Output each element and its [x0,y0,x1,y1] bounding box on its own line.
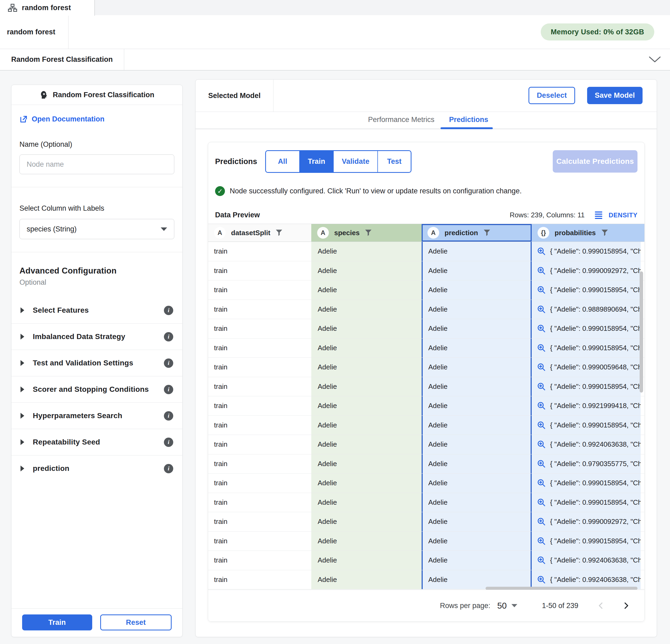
cell-probabilities[interactable]: { "Adelie": 0.9990158954, "Chi [532,339,641,358]
advanced-config-section[interactable]: Scorer and Stopping Conditions i [12,376,182,403]
zoom-in-icon[interactable] [537,421,546,429]
cell-prediction: Adelie [421,493,532,512]
chevron-down-icon [161,228,167,231]
train-button[interactable]: Train [22,614,92,630]
zoom-in-icon[interactable] [537,382,546,391]
data-preview-table: A datasetSplit A species A [208,224,644,589]
open-documentation-link[interactable]: Open Documentation [19,115,174,123]
zoom-in-icon[interactable] [537,286,546,294]
info-icon[interactable]: i [164,464,173,473]
labels-select[interactable]: species (String) [19,219,174,239]
cell-probabilities[interactable]: { "Adelie": 0.9990158954, "Chi [532,416,641,435]
table-row: train Adelie Adelie { "Adelie": 0.988989… [208,300,644,319]
cell-probabilities[interactable]: { "Adelie": 0.9921999418, "Chir [532,396,641,415]
probabilities-value: { "Adelie": 0.9790355775, "Chi [550,460,641,468]
column-header-probabilities[interactable]: {} probabilities [532,224,644,242]
workflow-browser-tab[interactable]: random forest [0,0,95,16]
advanced-config-section[interactable]: Repeatability Seed i [12,429,182,455]
advanced-config-section[interactable]: Select Features i [12,297,182,324]
filter-icon[interactable] [365,229,372,236]
zoom-in-icon[interactable] [537,305,546,314]
advanced-config-section[interactable]: Hyperparameters Search i [12,403,182,429]
info-icon[interactable]: i [164,411,173,421]
deselect-button[interactable]: Deselect [528,87,575,104]
info-icon[interactable]: i [164,332,173,341]
calculate-predictions-button[interactable]: Calculate Predictions [553,150,638,173]
rows-per-page-value[interactable]: 50 [497,601,507,611]
cell-probabilities[interactable]: { "Adelie": 0.9990092972, "Ch [532,261,641,280]
cell-probabilities[interactable]: { "Adelie": 0.9990059648, "Ch [532,358,641,377]
cell-probabilities[interactable]: { "Adelie": 0.9990158954, "Chi [532,280,641,300]
zoom-in-icon[interactable] [537,575,546,584]
chevron-down-icon[interactable] [649,56,661,63]
cell-probabilities[interactable]: { "Adelie": 0.9990092972, "Ch [532,512,641,531]
cell-probabilities[interactable]: { "Adelie": 0.9990158954, "Chi [532,493,641,512]
zoom-in-icon[interactable] [537,556,546,565]
zoom-in-icon[interactable] [537,363,546,372]
info-icon[interactable]: i [164,358,173,368]
probabilities-value: { "Adelie": 0.9990158954, "Chi [550,421,641,429]
filter-icon[interactable] [601,229,608,236]
cell-prediction: Adelie [421,242,532,261]
zoom-in-icon[interactable] [537,324,546,333]
cell-datasetSplit: train [208,242,311,261]
cell-species: Adelie [311,532,421,551]
cell-probabilities[interactable]: { "Adelie": 0.9924063638, "Chi [532,435,641,454]
zoom-in-icon[interactable] [537,247,546,256]
vertical-scrollbar[interactable] [640,271,643,393]
node-name-input[interactable] [19,154,174,174]
cell-probabilities[interactable]: { "Adelie": 0.9990158954, "Chi [532,242,641,261]
column-header-datasetSplit[interactable]: A datasetSplit [208,224,311,242]
config-panel: Random Forest Classification Open Docume… [11,85,183,637]
zoom-in-icon[interactable] [537,401,546,410]
cell-species: Adelie [311,358,421,377]
zoom-in-icon[interactable] [537,537,546,546]
zoom-in-icon[interactable] [537,460,546,468]
save-model-button[interactable]: Save Model [587,87,643,104]
filter-icon[interactable] [483,229,491,236]
table-row: train Adelie Adelie { "Adelie": 0.992199… [208,396,644,416]
cell-probabilities[interactable]: { "Adelie": 0.9924063638, "Chi [532,570,641,589]
split-option-button[interactable]: Train [299,151,333,172]
config-panel-title: Random Forest Classification [53,91,154,99]
advanced-config-section[interactable]: Test and Validation Settings i [12,350,182,376]
cell-probabilities[interactable]: { "Adelie": 0.9889890694, "Ch [532,300,641,319]
split-option-button[interactable]: Validate [333,151,377,172]
cell-species: Adelie [311,261,421,280]
info-icon[interactable]: i [164,385,173,394]
density-label[interactable]: DENSITY [609,211,638,219]
cell-probabilities[interactable]: { "Adelie": 0.9990158954, "Chi [532,532,641,551]
next-page-button[interactable] [622,601,630,610]
cell-probabilities[interactable]: { "Adelie": 0.9990158954, "Chi [532,377,641,396]
zoom-in-icon[interactable] [537,266,546,275]
advanced-config-section[interactable]: Imbalanced Data Strategy i [12,324,182,350]
selected-model-tab[interactable]: Selected Model [196,80,273,112]
tab-performance-metrics[interactable]: Performance Metrics [368,115,434,124]
info-icon[interactable]: i [164,438,173,447]
rows-per-page-caret-icon[interactable] [511,604,517,607]
split-option-button[interactable]: All [266,151,299,172]
cell-prediction: Adelie [421,261,532,280]
zoom-in-icon[interactable] [537,479,546,488]
advanced-config-section[interactable]: prediction i [12,455,182,481]
predictions-card: Predictions All Train Validate Test Calc… [208,142,645,622]
zoom-in-icon[interactable] [537,344,546,352]
zoom-in-icon[interactable] [537,517,546,526]
zoom-in-icon[interactable] [537,440,546,449]
cell-probabilities[interactable]: { "Adelie": 0.9990158954, "Chi [532,319,641,338]
filter-icon[interactable] [276,229,282,236]
column-header-prediction[interactable]: A prediction [421,224,532,242]
zoom-in-icon[interactable] [537,498,546,507]
reset-button[interactable]: Reset [100,614,172,630]
column-header-species[interactable]: A species [311,224,421,242]
cell-probabilities[interactable]: { "Adelie": 0.9924063638, "Chi [532,551,641,570]
cell-probabilities[interactable]: { "Adelie": 0.9990158954, "Chi [532,474,641,493]
cell-species: Adelie [311,300,421,319]
info-icon[interactable]: i [164,306,173,315]
app-window: random forest random forest Memory Used:… [0,0,670,644]
split-option-button[interactable]: Test [377,151,411,172]
tab-predictions[interactable]: Predictions [449,115,488,124]
workflow-tab[interactable]: Random Forest Classification [0,49,124,70]
cell-probabilities[interactable]: { "Adelie": 0.9790355775, "Chi [532,454,641,474]
density-icon[interactable] [595,211,602,219]
